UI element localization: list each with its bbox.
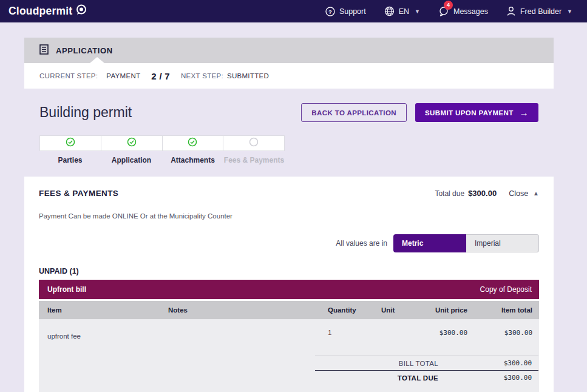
brand-name: Cloudpermit [8,5,72,18]
close-section-button[interactable]: Close ▲ [509,189,539,198]
step-label-application[interactable]: Application [101,156,162,164]
submit-upon-payment-button[interactable]: SUBMIT UPON PAYMENT → [415,103,538,122]
back-to-application-button[interactable]: BACK TO APPLICATION [301,103,407,122]
help-icon: ? [325,7,335,16]
user-menu[interactable]: Fred Builder ▼ [506,6,572,16]
back-to-application-label: BACK TO APPLICATION [311,109,396,117]
cloudpermit-logo[interactable]: Cloudpermit [8,3,88,19]
col-quantity: Quantity [328,306,381,314]
top-nav-actions: ? Support EN ▼ [325,6,572,17]
steps-status-row [39,135,285,151]
chevron-down-icon: ▼ [415,8,420,15]
step-label-parties[interactable]: Parties [39,156,101,164]
user-name: Fred Builder [520,7,562,16]
payment-instructions: Payment Can be made ONLINE Or at the Mun… [39,212,539,220]
copy-of-deposit-link[interactable]: Copy of Deposit [480,285,532,294]
fees-header-right: Total due$300.00 Close ▲ [435,189,539,198]
fees-payments-card: FEES & PAYMENTS Total due$300.00 Close ▲… [24,177,554,392]
step-label-attachments[interactable]: Attachments [162,156,223,164]
active-tab-notch [90,57,104,63]
grand-total-amount: $300.00 [438,374,538,382]
metric-toggle[interactable]: Metric [393,234,466,252]
step-attachments[interactable] [163,136,224,150]
total-due-summary: Total due$300.00 [435,189,497,198]
fees-section-title: FEES & PAYMENTS [39,189,118,198]
unpaid-section-label: UNPAID (1) [39,267,539,275]
current-step-label: CURRENT STEP: [39,72,98,79]
hero-actions: BACK TO APPLICATION SUBMIT UPON PAYMENT … [301,103,538,122]
arrow-right-icon: → [520,107,529,118]
check-circle-icon [188,137,197,149]
step-parties[interactable] [40,136,101,150]
cloudpermit-bubble-icon [75,3,88,19]
messages-menu[interactable]: 4 Messages [438,6,488,17]
step-label-fees-payments[interactable]: Fees & Payments [223,156,285,164]
bill-total-amount: $300.00 [438,359,538,367]
application-steps: Parties Application Attachments Fees & P… [39,135,285,164]
svg-text:?: ? [328,8,332,15]
user-icon [506,6,516,16]
messages-label: Messages [453,7,488,16]
col-item-total: Item total [467,306,539,314]
page-title: Building permit [39,104,132,121]
grand-total-label: TOTAL DUE [315,374,438,382]
bill-header-bar: Upfront bill Copy of Deposit [39,280,539,299]
col-notes: Notes [168,306,328,314]
language-label: EN [399,7,409,16]
col-unit-price: Unit price [421,306,467,314]
upfront-bill-table: Upfront bill Copy of Deposit Item Notes … [39,280,539,392]
current-step-value: PAYMENT [106,72,140,79]
empty-circle-icon [249,137,259,149]
col-unit: Unit [381,306,421,314]
permit-header: Building permit BACK TO APPLICATION SUBM… [24,103,554,122]
globe-icon [384,6,395,16]
page-content: APPLICATION CURRENT STEP: PAYMENT 2 / 7 … [24,38,554,392]
bill-total-row: BILL TOTAL $300.00 [315,356,538,370]
chevron-down-icon: ▼ [567,8,572,15]
support-menu[interactable]: ? Support [325,7,366,16]
units-segmented-control: Metric Imperial [393,234,539,252]
fee-item-name: upfront fee [39,329,168,340]
step-application[interactable] [101,136,163,150]
application-header-bar[interactable]: APPLICATION [24,38,554,63]
next-step-value: SUBMITTED [227,72,269,79]
submit-upon-payment-label: SUBMIT UPON PAYMENT [425,109,514,117]
chevron-up-icon: ▲ [533,190,539,197]
messages-badge: 4 [444,1,453,10]
check-circle-icon [127,137,137,149]
units-toggle-row: All values are in Metric Imperial [39,234,539,252]
units-label: All values are in [336,239,387,248]
fee-item-unit-price: $300.00 [421,329,467,337]
check-circle-icon [66,137,75,149]
fees-card-header: FEES & PAYMENTS Total due$300.00 Close ▲ [39,189,539,198]
total-due-row: TOTAL DUE $300.00 [315,370,538,385]
total-due-amount: $300.00 [468,189,497,198]
step-progress: 2 / 7 [151,71,170,81]
language-menu[interactable]: EN ▼ [384,6,420,16]
bill-total-label: BILL TOTAL [315,360,438,367]
messages-bubble-icon: 4 [438,6,449,17]
next-step-label: NEXT STEP: [181,72,223,79]
total-due-label: Total due [435,189,464,198]
workflow-status-bar: CURRENT STEP: PAYMENT 2 / 7 NEXT STEP: S… [24,63,554,89]
bill-body: upfront fee 1 $300.00 $300.00 BILL TOTAL… [39,319,539,392]
fee-item-quantity: 1 [328,329,381,336]
col-item: Item [39,306,168,314]
bill-column-headers: Item Notes Quantity Unit Unit price Item… [39,301,539,319]
application-tab-label: APPLICATION [56,46,113,55]
steps-label-row: Parties Application Attachments Fees & P… [39,156,285,164]
bill-title: Upfront bill [47,285,86,294]
table-row: upfront fee 1 $300.00 $300.00 [39,329,539,340]
step-fees-payments[interactable] [223,136,284,150]
top-navigation: Cloudpermit ? Support [0,0,587,22]
bill-totals: BILL TOTAL $300.00 TOTAL DUE $300.00 [315,356,538,385]
document-icon [39,44,49,57]
imperial-toggle[interactable]: Imperial [466,234,539,252]
support-label: Support [339,7,366,16]
fee-item-total: $300.00 [467,329,539,337]
close-label: Close [509,189,528,198]
